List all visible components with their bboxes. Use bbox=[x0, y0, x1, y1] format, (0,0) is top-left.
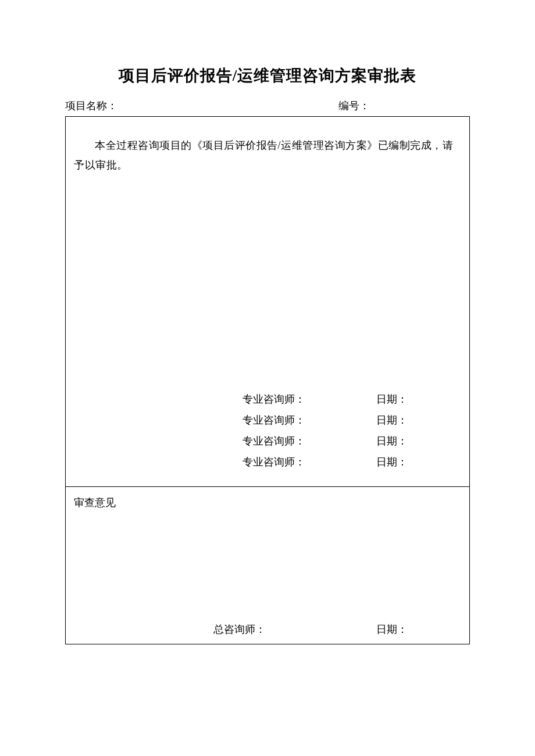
signature-row: 专业咨询师： 日期： bbox=[66, 410, 446, 431]
consultant-signature-block: 专业咨询师： 日期： 专业咨询师： 日期： 专业咨询师： 日期： 专业咨询师： … bbox=[66, 389, 469, 472]
date-label: 日期： bbox=[376, 389, 446, 410]
date-label: 日期： bbox=[376, 619, 446, 639]
consultant-role-label: 专业咨询师： bbox=[242, 431, 376, 452]
header-row: 项目名称： 编号： bbox=[65, 99, 470, 113]
intro-text: 本全过程咨询项目的《项目后评价报告/运维管理咨询方案》已编制完成，请予以审批。 bbox=[74, 123, 461, 175]
consultant-role-label: 专业咨询师： bbox=[242, 452, 376, 472]
date-label: 日期： bbox=[376, 452, 446, 472]
chief-consultant-label: 总咨询师： bbox=[213, 619, 376, 639]
signature-row: 专业咨询师： 日期： bbox=[66, 431, 446, 452]
document-title: 项目后评价报告/运维管理咨询方案审批表 bbox=[65, 65, 470, 86]
review-cell: 审查意见 总咨询师： 日期： bbox=[66, 487, 469, 644]
date-label: 日期： bbox=[376, 410, 446, 431]
request-cell: 本全过程咨询项目的《项目后评价报告/运维管理咨询方案》已编制完成，请予以审批。 … bbox=[66, 117, 469, 487]
review-opinion-label: 审查意见 bbox=[74, 493, 461, 513]
consultant-role-label: 专业咨询师： bbox=[242, 389, 376, 410]
date-label: 日期： bbox=[376, 431, 446, 452]
form-box: 本全过程咨询项目的《项目后评价报告/运维管理咨询方案》已编制完成，请予以审批。 … bbox=[65, 116, 470, 644]
chief-signature-row: 总咨询师： 日期： bbox=[66, 619, 469, 639]
signature-row: 专业咨询师： 日期： bbox=[66, 389, 446, 410]
signature-row: 专业咨询师： 日期： bbox=[66, 452, 446, 472]
consultant-role-label: 专业咨询师： bbox=[242, 410, 376, 431]
number-label: 编号： bbox=[338, 99, 470, 113]
document-page: 项目后评价报告/运维管理咨询方案审批表 项目名称： 编号： 本全过程咨询项目的《… bbox=[0, 0, 535, 644]
project-name-label: 项目名称： bbox=[65, 99, 338, 113]
